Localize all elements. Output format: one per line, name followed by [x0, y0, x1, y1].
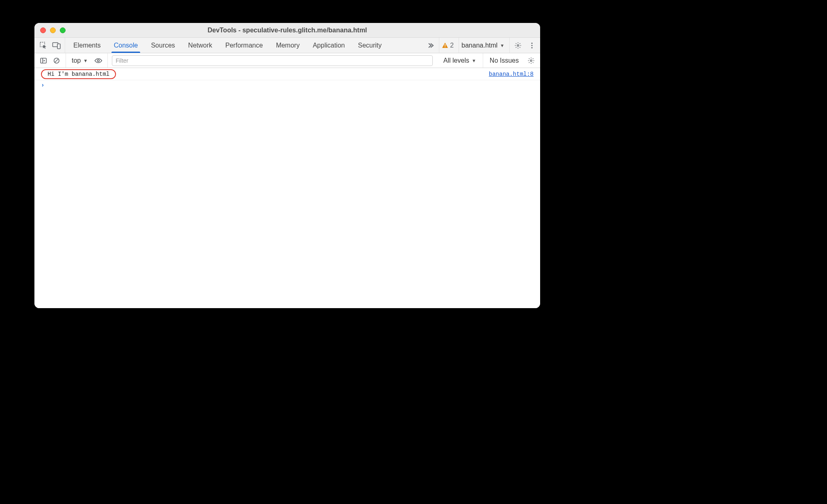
tab-network[interactable]: Network	[182, 38, 219, 53]
inspect-element-icon[interactable]	[38, 40, 49, 51]
tab-memory[interactable]: Memory	[269, 38, 306, 53]
tab-label: Performance	[225, 42, 263, 49]
devtools-tabs: Elements Console Sources Network Perform…	[65, 38, 425, 53]
tabs-right: 2 banana.html ▼	[425, 38, 540, 53]
svg-point-7	[531, 45, 532, 46]
tab-elements[interactable]: Elements	[67, 38, 107, 53]
tab-label: Security	[358, 42, 382, 49]
levels-label: All levels	[443, 57, 469, 64]
target-select[interactable]: banana.html ▼	[459, 38, 507, 53]
svg-point-14	[530, 60, 532, 61]
issues-button[interactable]: No Issues	[486, 57, 523, 64]
prompt-caret-icon: ›	[41, 82, 44, 89]
issues-label: No Issues	[490, 57, 519, 64]
svg-rect-9	[41, 58, 46, 63]
devtools-tabs-row: Elements Console Sources Network Perform…	[34, 38, 540, 53]
tab-label: Memory	[276, 42, 300, 49]
console-toolbar: top ▼ All levels ▼ No Issues	[34, 53, 540, 68]
log-levels-select[interactable]: All levels ▼	[440, 57, 479, 64]
tab-security[interactable]: Security	[351, 38, 388, 53]
separator	[509, 38, 510, 53]
filter-input[interactable]	[112, 55, 433, 66]
context-group: top ▼	[68, 53, 108, 68]
svg-rect-4	[445, 46, 445, 47]
window-maximize-button[interactable]	[60, 27, 66, 33]
more-tabs-icon[interactable]	[425, 40, 436, 51]
devtools-window: DevTools - speculative-rules.glitch.me/b…	[34, 23, 540, 308]
window-minimize-button[interactable]	[50, 27, 56, 33]
warning-icon	[442, 42, 448, 49]
traffic-lights	[34, 27, 66, 33]
svg-point-13	[98, 59, 100, 61]
window-close-button[interactable]	[40, 27, 46, 33]
svg-point-8	[531, 47, 532, 48]
tabs-left-icons	[34, 38, 65, 53]
console-sidebar-toggle-icon[interactable]	[38, 55, 49, 66]
console-prompt[interactable]: ›	[34, 80, 540, 90]
svg-point-5	[517, 45, 519, 46]
console-log-row: Hi I'm banana.html banana.html:8	[34, 68, 540, 80]
tab-label: Elements	[73, 42, 101, 49]
tab-sources[interactable]: Sources	[144, 38, 182, 53]
svg-line-12	[55, 59, 58, 62]
console-log-message: Hi I'm banana.html	[41, 69, 116, 79]
filter-group	[110, 55, 434, 66]
console-log-source-link[interactable]: banana.html:8	[489, 71, 534, 77]
console-toolbar-left	[38, 53, 66, 68]
tab-application[interactable]: Application	[306, 38, 351, 53]
window-title: DevTools - speculative-rules.glitch.me/b…	[34, 27, 540, 34]
titlebar: DevTools - speculative-rules.glitch.me/b…	[34, 23, 540, 38]
target-label: banana.html	[461, 42, 498, 49]
warning-count-value: 2	[450, 42, 454, 49]
tab-performance[interactable]: Performance	[219, 38, 270, 53]
chevron-down-icon: ▼	[500, 43, 504, 48]
console-settings-icon[interactable]	[525, 55, 537, 66]
tab-label: Network	[188, 42, 212, 49]
tab-console[interactable]: Console	[107, 38, 145, 53]
chevron-down-icon: ▼	[472, 58, 476, 63]
svg-rect-3	[445, 44, 445, 46]
execution-context-select[interactable]: top ▼	[68, 57, 91, 64]
svg-point-6	[531, 42, 532, 43]
warning-count[interactable]: 2	[439, 38, 456, 53]
clear-console-icon[interactable]	[51, 55, 62, 66]
device-toolbar-icon[interactable]	[51, 40, 62, 51]
live-expression-icon[interactable]	[93, 55, 104, 66]
console-output[interactable]: Hi I'm banana.html banana.html:8 ›	[34, 68, 540, 308]
context-label: top	[72, 57, 81, 64]
tab-label: Console	[114, 42, 138, 49]
svg-rect-2	[57, 44, 60, 49]
tab-label: Application	[313, 42, 345, 49]
tab-label: Sources	[151, 42, 175, 49]
kebab-menu-icon[interactable]	[526, 40, 538, 51]
settings-icon[interactable]	[512, 40, 524, 51]
levels-group: All levels ▼	[437, 53, 483, 68]
chevron-down-icon: ▼	[83, 58, 88, 63]
